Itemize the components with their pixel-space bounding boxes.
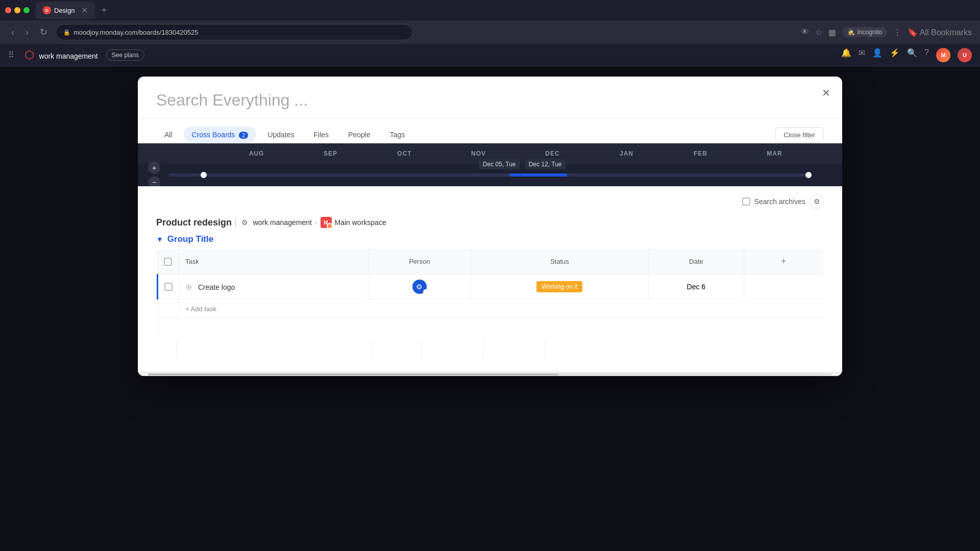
- tab-updates[interactable]: Updates: [259, 127, 302, 143]
- result-breadcrumb: Product redesign | ⚙ work management › M…: [156, 217, 824, 228]
- table-select-all-header: [157, 249, 179, 274]
- tab-people[interactable]: People: [340, 127, 379, 143]
- footer-empty-cell-3: [371, 341, 422, 360]
- modal-overlay: ✕ Search Everything ... All Cross Boards…: [0, 66, 980, 551]
- hscroll-track[interactable]: [148, 373, 832, 375]
- search-archives-row: Search archives ⚙: [156, 194, 824, 209]
- tab-cross-boards[interactable]: Cross Boards 2: [184, 127, 257, 143]
- timeline-track[interactable]: Dec 05, Tue Dec 12, Tue: [168, 173, 812, 177]
- footer-empty-cell-1: [157, 341, 177, 360]
- timeline-bar-row: + − Dec 05, Tue Dec 12, Tue: [138, 164, 842, 186]
- date-cell[interactable]: Dec 6: [648, 274, 744, 299]
- window-max-dot[interactable]: [23, 7, 30, 13]
- person-cell[interactable]: ⚙: [368, 274, 471, 299]
- status-badge[interactable]: Working on it: [536, 281, 582, 292]
- person-column-header: Person: [368, 249, 471, 274]
- footer-empty-cell-4: [422, 341, 483, 360]
- person-avatar[interactable]: ⚙: [412, 280, 427, 294]
- eye-off-icon[interactable]: 👁: [801, 28, 809, 37]
- menu-icon[interactable]: ⋮: [893, 28, 901, 37]
- refresh-button[interactable]: ↻: [37, 24, 51, 40]
- apps-grid-icon[interactable]: ⠿: [8, 50, 14, 60]
- search-archives-label[interactable]: Search archives: [754, 197, 805, 206]
- window-close-dot[interactable]: [5, 7, 11, 13]
- incognito-icon: 🕵: [847, 29, 855, 36]
- month-nov: NOV: [442, 150, 516, 157]
- partial-table-area: [156, 341, 824, 360]
- settings-gear-icon[interactable]: ⚙: [810, 194, 824, 209]
- month-feb: FEB: [664, 150, 738, 157]
- user-avatar[interactable]: M: [936, 48, 950, 62]
- lock-icon: 🔒: [63, 29, 70, 36]
- search-icon[interactable]: 🔍: [907, 48, 917, 62]
- status-cell[interactable]: Working on it: [471, 274, 648, 299]
- timeline-zoom-in[interactable]: +: [148, 162, 160, 174]
- tab-close-button[interactable]: ✕: [82, 6, 88, 14]
- forward-button[interactable]: ›: [22, 25, 32, 40]
- add-column-button[interactable]: +: [777, 254, 791, 269]
- timeline-zoom-out[interactable]: −: [148, 176, 160, 188]
- add-task-cell[interactable]: + Add task: [179, 299, 824, 318]
- tab-tags[interactable]: Tags: [382, 127, 413, 143]
- status-column-header: Status: [471, 249, 648, 274]
- address-text: moodjoy.monday.com/boards/1830420525: [74, 29, 199, 36]
- see-plans-button[interactable]: See plans: [106, 49, 144, 61]
- tab-all[interactable]: All: [156, 127, 181, 143]
- horizontal-scrollbar[interactable]: [138, 372, 842, 376]
- search-archives-checkbox[interactable]: [742, 197, 750, 206]
- group-header: ▼ Group Title: [156, 234, 824, 244]
- results-area: Search archives ⚙ Product redesign | ⚙ w…: [138, 186, 842, 372]
- modal-header: ✕ Search Everything ...: [138, 77, 842, 118]
- inbox-icon[interactable]: ✉: [859, 48, 865, 62]
- filter-tabs-container: All Cross Boards 2 Updates Files People …: [138, 118, 842, 143]
- month-dec: DEC: [516, 150, 590, 157]
- search-title[interactable]: Search Everything ...: [156, 91, 824, 110]
- hscroll-thumb[interactable]: [148, 373, 558, 375]
- task-name-cell[interactable]: ⊕ Create logo: [179, 274, 369, 299]
- empty-cell: [157, 318, 824, 337]
- group-chevron-icon[interactable]: ▼: [156, 235, 163, 243]
- tab-files[interactable]: Files: [306, 127, 337, 143]
- row-checkbox[interactable]: [164, 283, 173, 291]
- footer-empty-cell-5: [483, 341, 545, 360]
- add-column-header[interactable]: +: [744, 249, 823, 274]
- modal-close-button[interactable]: ✕: [818, 85, 834, 101]
- window-min-dot[interactable]: [14, 7, 20, 13]
- footer-empty-table: [156, 341, 824, 360]
- date-column-header: Date: [648, 249, 744, 274]
- tab-favicon: D: [43, 6, 51, 14]
- task-add-person-icon[interactable]: ⊕: [185, 283, 192, 291]
- timeline-left-thumb[interactable]: [201, 172, 207, 178]
- add-task-checkbox-cell: [157, 299, 179, 318]
- bookmark-star-icon[interactable]: ☆: [815, 28, 822, 37]
- new-tab-button[interactable]: +: [97, 5, 111, 16]
- footer-empty-row-1: [157, 341, 824, 360]
- timeline-right-thumb[interactable]: [805, 172, 812, 178]
- month-sep: SEP: [293, 150, 368, 157]
- workspace-gear-icon: ⚙: [240, 217, 250, 228]
- add-task-row[interactable]: + Add task: [157, 299, 824, 318]
- result-item: Product redesign | ⚙ work management › M…: [156, 217, 824, 337]
- address-bar[interactable]: 🔒 moodjoy.monday.com/boards/1830420525: [56, 24, 413, 40]
- month-oct: OCT: [368, 150, 442, 157]
- integrations-icon[interactable]: ⚡: [890, 48, 900, 62]
- help-icon[interactable]: ?: [924, 48, 929, 62]
- month-aug: AUG: [219, 150, 293, 157]
- bell-icon[interactable]: 🔔: [841, 48, 851, 62]
- search-modal: ✕ Search Everything ... All Cross Boards…: [138, 77, 842, 376]
- row-checkbox-cell[interactable]: [157, 274, 179, 299]
- footer-empty-cell-2: [177, 341, 371, 360]
- select-all-checkbox[interactable]: [164, 258, 172, 266]
- board-name[interactable]: Product redesign: [156, 217, 232, 228]
- month-mar: MAR: [738, 150, 812, 157]
- user-avatar-2[interactable]: U: [958, 48, 972, 62]
- bookmarks-icon[interactable]: 🔖 All Bookmarks: [908, 28, 972, 37]
- incognito-badge: 🕵 Incognito: [842, 27, 887, 37]
- back-button[interactable]: ‹: [8, 25, 17, 40]
- table-row: ⊕ Create logo ⚙ Working on it: [157, 274, 824, 299]
- sidebar-icon[interactable]: ▦: [828, 28, 836, 37]
- close-filter-button[interactable]: Close filter: [775, 127, 824, 143]
- month-jan: JAN: [590, 150, 664, 157]
- browser-tab-design[interactable]: D Design ✕: [36, 2, 95, 19]
- people-icon[interactable]: 👤: [872, 48, 883, 62]
